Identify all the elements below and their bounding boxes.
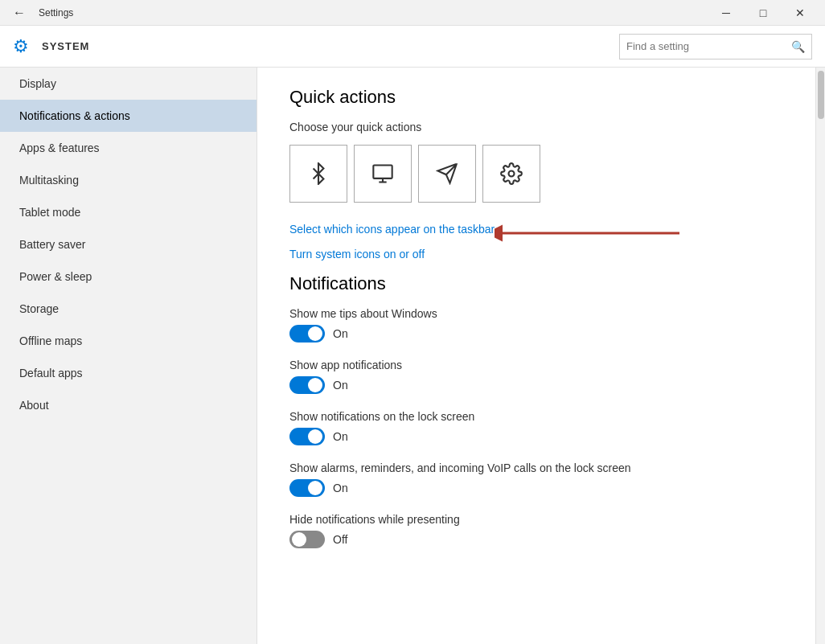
toggle-container-alarms: On (289, 479, 783, 497)
minimize-button[interactable]: ─ (708, 0, 745, 26)
notifications-title: Notifications (289, 273, 783, 294)
sidebar: DisplayNotifications & actionsApps & fea… (0, 68, 257, 644)
quick-action-tile-desktop[interactable] (354, 145, 412, 203)
toggle-knob-alarms (308, 481, 322, 495)
sidebar-item-tablet[interactable]: Tablet mode (0, 196, 257, 228)
quick-actions-subtitle: Choose your quick actions (289, 121, 783, 133)
notification-label-lock_screen: Show notifications on the lock screen (289, 410, 783, 423)
toggle-state-app_notif: On (333, 379, 348, 392)
quick-actions-title: Quick actions (289, 87, 783, 108)
toggle-knob-app_notif (308, 378, 322, 392)
content-area: Quick actions Choose your quick actions … (257, 68, 815, 644)
notification-item-alarms: Show alarms, reminders, and incoming VoI… (289, 461, 783, 497)
maximize-button[interactable]: □ (745, 0, 782, 26)
notifications-list: Show me tips about WindowsOnShow app not… (289, 307, 783, 548)
sidebar-item-storage[interactable]: Storage (0, 293, 257, 325)
toggle-alarms[interactable] (289, 479, 325, 497)
main-layout: DisplayNotifications & actionsApps & fea… (0, 68, 825, 644)
quick-actions-section: Quick actions Choose your quick actions … (289, 87, 783, 260)
toggle-container-tips: On (289, 325, 783, 343)
toggle-knob-lock_screen (308, 429, 322, 444)
titlebar-left: ← Settings (6, 2, 73, 23)
sidebar-item-default[interactable]: Default apps (0, 357, 257, 389)
toggle-container-presenting: Off (289, 531, 783, 548)
system-title: SYSTEM (42, 40, 89, 52)
toggle-knob-tips (308, 326, 322, 341)
search-box: 🔍 (619, 34, 812, 59)
notification-item-app_notif: Show app notificationsOn (289, 359, 783, 394)
titlebar-controls: ─ □ ✕ (708, 0, 819, 26)
svg-point-3 (509, 171, 515, 177)
quick-action-tile-plane[interactable] (418, 145, 476, 203)
sidebar-item-multitasking[interactable]: Multitasking (0, 164, 257, 196)
sidebar-item-offline[interactable]: Offline maps (0, 325, 257, 357)
sidebar-item-display[interactable]: Display (0, 68, 257, 100)
search-input[interactable] (626, 40, 791, 52)
titlebar: ← Settings ─ □ ✕ (0, 0, 825, 26)
toggle-lock_screen[interactable] (289, 428, 325, 445)
sidebar-item-apps[interactable]: Apps & features (0, 132, 257, 164)
notification-label-presenting: Hide notifications while presenting (289, 513, 783, 526)
quick-action-tile-bluetooth[interactable] (289, 145, 347, 203)
sidebar-item-about[interactable]: About (0, 389, 257, 421)
notifications-section: Notifications Show me tips about Windows… (289, 273, 783, 548)
close-button[interactable]: ✕ (782, 0, 819, 26)
notification-label-app_notif: Show app notifications (289, 359, 783, 371)
system-icons-link[interactable]: Turn system icons on or off (289, 248, 783, 260)
window-title: Settings (39, 7, 73, 18)
sidebar-item-battery[interactable]: Battery saver (0, 228, 257, 260)
toggle-app_notif[interactable] (289, 376, 325, 394)
toggle-knob-presenting (292, 532, 306, 547)
link1-row: Select which icons appear on the taskbar (289, 222, 783, 244)
toggle-tips[interactable] (289, 325, 325, 343)
toggle-container-app_notif: On (289, 376, 783, 394)
toggle-state-presenting: Off (333, 533, 347, 546)
toggle-container-lock_screen: On (289, 428, 783, 445)
headerbar: ⚙ SYSTEM 🔍 (0, 26, 825, 68)
notification-item-presenting: Hide notifications while presentingOff (289, 513, 783, 548)
back-button[interactable]: ← (6, 2, 32, 23)
sidebar-item-power[interactable]: Power & sleep (0, 260, 257, 293)
notification-label-alarms: Show alarms, reminders, and incoming VoI… (289, 461, 783, 474)
toggle-state-tips: On (333, 327, 348, 340)
toggle-state-lock_screen: On (333, 430, 348, 443)
notification-label-tips: Show me tips about Windows (289, 307, 783, 320)
svg-rect-0 (373, 166, 392, 178)
sidebar-item-notifications[interactable]: Notifications & actions (0, 100, 257, 132)
toggle-presenting[interactable] (289, 531, 325, 548)
search-icon: 🔍 (791, 40, 805, 53)
quick-actions-grid (289, 145, 783, 203)
scrollbar-thumb[interactable] (818, 71, 824, 119)
notification-item-lock_screen: Show notifications on the lock screenOn (289, 410, 783, 445)
toggle-state-alarms: On (333, 482, 348, 494)
taskbar-icons-link[interactable]: Select which icons appear on the taskbar (289, 223, 495, 236)
scrollbar[interactable] (815, 68, 825, 644)
gear-icon: ⚙ (13, 36, 29, 57)
quick-action-tile-settings[interactable] (482, 145, 540, 203)
red-arrow-annotation (495, 222, 688, 244)
notification-item-tips: Show me tips about WindowsOn (289, 307, 783, 343)
